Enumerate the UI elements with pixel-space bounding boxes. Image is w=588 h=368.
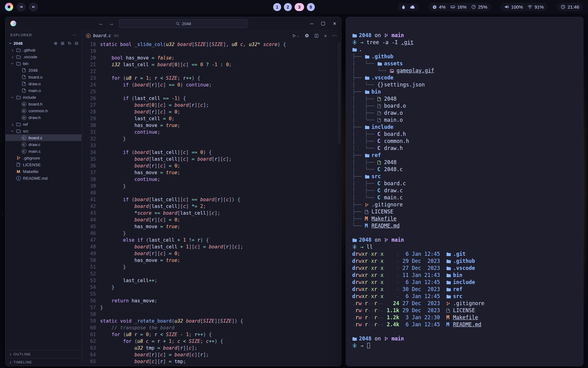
explorer-item-Makefile[interactable]: MMakefile	[6, 168, 81, 175]
weather-module[interactable]	[398, 3, 419, 11]
listing-row: .rw-r--r-- 1.2k 3 Jan 22:30 MMakefile	[352, 314, 578, 321]
vscode-logo-icon	[10, 21, 16, 26]
file-icon	[21, 75, 27, 79]
code-line: bool has_move = false;	[100, 55, 341, 61]
workspace-8[interactable]: 8	[307, 3, 315, 11]
code-line	[100, 291, 341, 297]
nav-back-icon[interactable]: ←	[99, 21, 104, 27]
clock-module[interactable]: 21:46	[557, 3, 583, 11]
code-line: i32 last_cell = board[0][c] == 0 ? -1 : …	[100, 61, 341, 68]
explorer-item-.vscode[interactable]: ›.vscode	[6, 53, 81, 60]
workspace-1[interactable]: 1	[273, 3, 281, 11]
code-line: if (board[r][c] == 0) continue;	[100, 82, 341, 88]
maximize-button[interactable]	[321, 22, 325, 25]
gear-icon[interactable]	[305, 33, 309, 38]
code-line: board[r][c] = 0;	[100, 217, 341, 223]
workspaces: 1238	[273, 3, 315, 11]
explorer-root-label: 2048	[13, 41, 23, 46]
minimize-button[interactable]: –	[310, 21, 313, 27]
close-tab-icon[interactable]: ×	[324, 33, 327, 38]
outline-panel-header[interactable]: › OUTLINE	[6, 350, 81, 358]
memory-stat: 16%	[450, 4, 466, 10]
droplet-icon	[402, 5, 405, 9]
c-file-icon: C	[22, 149, 26, 154]
code-line: if (last_cell == -1) {	[100, 95, 341, 102]
explorer-item-common.h[interactable]: Hcommon.h	[6, 107, 81, 114]
explorer-item-ref[interactable]: ›ref	[6, 121, 81, 128]
tab-filename[interactable]: board.c	[93, 33, 111, 38]
nav-forward-icon[interactable]: →	[109, 21, 114, 27]
prompt-line: 2048 on main	[352, 236, 578, 243]
file-icon	[21, 88, 27, 93]
code-editor[interactable]: 1819202122232425262728293031323334353637…	[82, 41, 341, 366]
makefile-icon: M	[365, 215, 371, 222]
close-button[interactable]: ×	[333, 20, 336, 27]
explorer-item-2048[interactable]: 2048	[6, 67, 81, 74]
media-prev-button[interactable]	[17, 3, 25, 11]
tree-line: ├── include	[352, 124, 578, 131]
tree-line: │ └── assets	[352, 60, 578, 67]
h-file-icon: H	[22, 109, 26, 113]
more-actions-icon[interactable]: ⋯	[332, 33, 337, 38]
explorer-item-.github[interactable]: ›.github	[6, 47, 81, 53]
explorer-item-board.h[interactable]: Hboard.h	[6, 101, 81, 107]
folder-icon	[365, 124, 371, 131]
explorer-item-src[interactable]: ›src	[6, 128, 81, 134]
code-line: board[r][c] = board[c][r];	[100, 351, 341, 358]
c-source-icon: C	[377, 187, 384, 194]
refresh-icon[interactable]: ↻	[68, 41, 72, 46]
speaker-icon	[504, 5, 509, 9]
code-line: last_cell++;	[100, 277, 341, 284]
tree-line: │ └── {}settings.json	[352, 81, 578, 88]
json-file-icon: {}	[377, 81, 384, 88]
file-icon	[15, 163, 21, 167]
explorer-item-draw.o[interactable]: draw.o	[6, 80, 81, 87]
markdown-file-icon: M	[446, 321, 453, 328]
tree-line: ├── ref	[352, 152, 578, 159]
chevron-down-icon: ›	[8, 40, 13, 46]
collapse-all-icon[interactable]: ⊟	[75, 41, 78, 46]
explorer-item-draw.c[interactable]: Cdraw.c	[6, 141, 81, 148]
explorer-item-main.o[interactable]: main.o	[6, 87, 81, 94]
terminal-content: 2048 on main → tree -a -I .git.├── .gith…	[352, 32, 578, 349]
listing-row: drwxr-xr-x - 30 Dec 2023 ref	[352, 286, 578, 293]
explorer-item-.gitignore[interactable]: .gitignore	[6, 155, 81, 161]
explorer-item-README.md[interactable]: iREADME.md	[6, 175, 81, 182]
explorer-root-folder[interactable]: › 2048 ⊕ ⊞ ↻ ⊟	[6, 40, 81, 47]
code-line: }	[100, 264, 341, 270]
split-editor-icon[interactable]	[315, 34, 318, 38]
explorer-item-draw.h[interactable]: Hdraw.h	[6, 114, 81, 121]
explorer-item-include[interactable]: ›include	[6, 94, 81, 101]
run-button[interactable]: ⌄	[292, 34, 299, 38]
explorer-item-board.c[interactable]: Cboard.c	[6, 134, 81, 141]
editor-scrollbar[interactable]	[338, 42, 341, 144]
tree-line: ├── MMakefile	[352, 215, 578, 222]
workspace-2[interactable]: 2	[284, 3, 292, 11]
vscode-titlebar[interactable]: ← → 2048 – ×	[6, 17, 341, 30]
media-next-button[interactable]	[29, 3, 38, 11]
command-center-search[interactable]: 2048	[119, 19, 248, 28]
explorer-item-board.o[interactable]: board.o	[6, 74, 81, 80]
folder-icon	[15, 48, 21, 52]
code-line: return has_move;	[100, 297, 341, 304]
tree-line: ├── .vscode	[352, 74, 578, 81]
new-folder-icon[interactable]: ⊞	[61, 41, 65, 46]
launcher-logo-icon[interactable]	[5, 3, 13, 11]
folder-icon	[446, 272, 453, 279]
audio-network-module[interactable]: 100% 91%	[500, 3, 548, 11]
terminal-window[interactable]: 2048 on main → tree -a -I .git.├── .gith…	[346, 17, 583, 366]
timeline-panel-header[interactable]: › TIMELINE	[6, 358, 81, 366]
tree-line: ├── .github	[352, 53, 578, 60]
git-branch: main	[384, 335, 404, 342]
code-line: for (u8 r = 1; r < SIZE; r++) {	[100, 75, 341, 82]
new-file-icon[interactable]: ⊕	[54, 41, 58, 46]
explorer-item-LICENSE[interactable]: LICENSE	[6, 161, 81, 168]
explorer-item-main.c[interactable]: Cmain.c	[6, 148, 81, 155]
explorer-more-icon[interactable]: ⋯	[73, 33, 77, 37]
volume-stat[interactable]: 100%	[504, 4, 523, 10]
workspace-3-active[interactable]: 3	[295, 3, 304, 11]
makefile-icon: M	[15, 169, 21, 174]
tree-line: │ └── C2048.c	[352, 166, 578, 173]
explorer-item-bin[interactable]: ›bin	[6, 60, 81, 67]
wifi-stat[interactable]: 91%	[528, 4, 544, 10]
